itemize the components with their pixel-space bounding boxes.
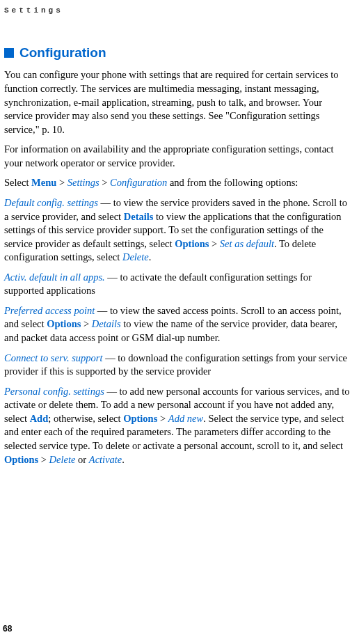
text: and from the following options: xyxy=(167,177,298,188)
page-number: 68 xyxy=(3,623,12,634)
add-link: Add xyxy=(30,413,49,424)
default-config-label: Default config. settings xyxy=(4,197,98,208)
connect-serv-label: Connect to serv. support xyxy=(4,352,103,363)
section-title-row: Configuration xyxy=(4,44,351,62)
connect-serv-paragraph: Connect to serv. support — to download t… xyxy=(4,352,351,379)
activate-link: Activate xyxy=(89,454,122,465)
separator: > xyxy=(99,177,110,188)
personal-config-label: Personal config. settings xyxy=(4,386,104,397)
separator: > xyxy=(209,238,219,249)
separator: > xyxy=(56,177,67,188)
activ-default-paragraph: Activ. default in all apps. — to activat… xyxy=(4,271,351,298)
settings-link: Settings xyxy=(67,177,99,188)
options-link: Options xyxy=(123,413,157,424)
intro-paragraph: You can configure your phone with settin… xyxy=(4,68,351,136)
text: or xyxy=(75,454,88,465)
details-link: Details xyxy=(92,318,121,329)
details-link: Details xyxy=(124,211,154,222)
options-link: Options xyxy=(175,238,209,249)
default-config-paragraph: Default config. settings — to view the s… xyxy=(4,196,351,265)
info-paragraph: For information on availability and the … xyxy=(4,143,351,170)
text: Select xyxy=(4,177,31,188)
menu-link: Menu xyxy=(31,177,56,188)
select-paragraph: Select Menu > Settings > Configuration a… xyxy=(4,176,351,190)
text: ; otherwise, select xyxy=(48,413,123,424)
page-header: Settings xyxy=(4,6,351,16)
add-new-link: Add new xyxy=(168,413,203,424)
delete-link: Delete xyxy=(122,251,149,262)
separator: > xyxy=(38,454,49,465)
period: . xyxy=(149,251,152,262)
options-link: Options xyxy=(4,454,38,465)
separator: > xyxy=(157,413,168,424)
options-link: Options xyxy=(47,318,81,329)
personal-config-paragraph: Personal config. settings — to add new p… xyxy=(4,385,351,466)
set-as-default-link: Set as default xyxy=(220,238,274,249)
preferred-ap-label: Preferred access point xyxy=(4,305,95,316)
delete-link: Delete xyxy=(49,454,76,465)
configuration-link: Configuration xyxy=(110,177,167,188)
section-bullet-icon xyxy=(4,48,14,58)
preferred-ap-paragraph: Preferred access point — to view the sav… xyxy=(4,304,351,345)
period: . xyxy=(122,454,125,465)
activ-default-label: Activ. default in all apps. xyxy=(4,272,105,283)
separator: > xyxy=(81,318,91,329)
section-heading: Configuration xyxy=(19,44,106,62)
